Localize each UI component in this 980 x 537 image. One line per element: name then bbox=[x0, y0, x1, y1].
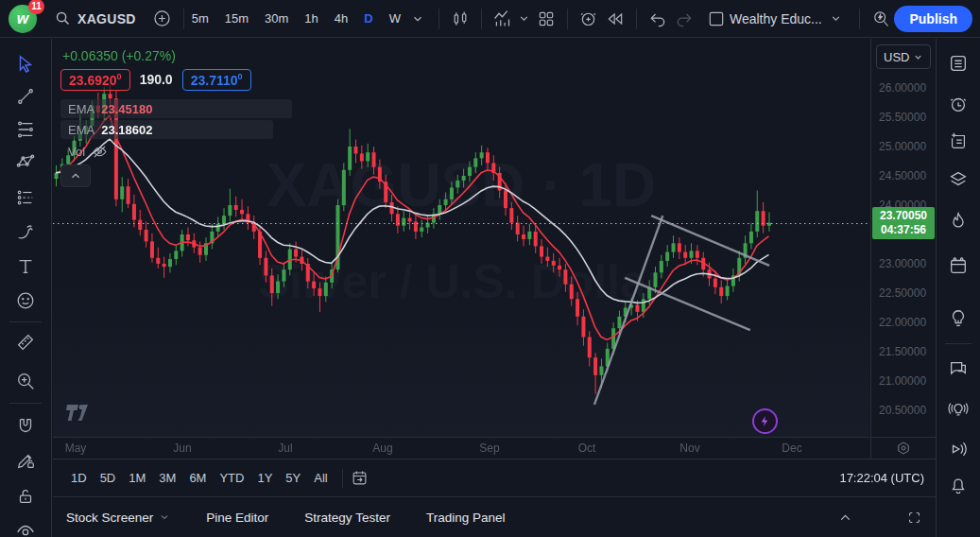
ema-slow-legend-row[interactable]: EMA 23.18602 bbox=[60, 120, 273, 139]
alerts-icon[interactable] bbox=[943, 89, 973, 119]
magnet-tool-icon[interactable] bbox=[10, 411, 41, 442]
price-tick: 22.00000 bbox=[879, 316, 926, 329]
undo-icon[interactable] bbox=[645, 6, 671, 32]
timeframe-30m[interactable]: 30m bbox=[265, 11, 288, 26]
price-scale[interactable]: USD 26.0000025.5000025.0000024.5000024.0… bbox=[870, 39, 936, 437]
divider bbox=[438, 9, 439, 29]
tab-trading-panel[interactable]: Trading Panel bbox=[426, 511, 506, 525]
drawing-sync-lock-icon[interactable] bbox=[10, 445, 41, 476]
symbol-name: XAGUSD bbox=[77, 11, 136, 26]
month-tick-dec[interactable]: Dec bbox=[782, 442, 801, 455]
hotlists-flame-icon[interactable] bbox=[943, 206, 973, 236]
object-tree-layers-icon[interactable] bbox=[943, 164, 973, 194]
lock-all-drawings-icon[interactable] bbox=[10, 481, 41, 511]
utc-clock[interactable]: 17:22:04 (UTC) bbox=[839, 471, 924, 485]
measure-tool-icon[interactable] bbox=[10, 327, 41, 357]
chat-icon[interactable] bbox=[943, 354, 973, 384]
symbol-search-button[interactable]: XAGUSD bbox=[54, 10, 136, 27]
indicators-chevron-icon[interactable] bbox=[516, 6, 533, 32]
range-1m[interactable]: 1M bbox=[122, 467, 152, 489]
price-tick: 26.00000 bbox=[879, 81, 926, 95]
search-icon bbox=[54, 10, 71, 27]
tab-strategy-tester[interactable]: Strategy Tester bbox=[304, 511, 390, 525]
range-buttons: 1D5D1M3M6MYTD1Y5YAll bbox=[64, 467, 335, 489]
price-tick: 23.00000 bbox=[879, 257, 926, 270]
cursor-tool-icon[interactable] bbox=[10, 49, 41, 79]
replay-icon[interactable] bbox=[602, 6, 628, 32]
legend-collapse-button[interactable] bbox=[60, 165, 91, 187]
tradingview-logo[interactable] bbox=[66, 404, 95, 422]
time-axis[interactable]: MayJunJulAugSepOctNovDec bbox=[53, 437, 869, 459]
chevron-up-icon bbox=[69, 169, 82, 182]
divider bbox=[9, 403, 42, 404]
month-tick-nov[interactable]: Nov bbox=[679, 442, 699, 455]
notifications-bell-icon[interactable] bbox=[943, 470, 973, 500]
range-5d[interactable]: 5D bbox=[94, 467, 123, 489]
text-tool-icon[interactable] bbox=[10, 251, 41, 282]
month-tick-jun[interactable]: Jun bbox=[173, 442, 191, 455]
tab-pine-editor[interactable]: Pine Editor bbox=[206, 511, 268, 525]
eye-hidden-icon[interactable] bbox=[92, 144, 108, 160]
scales-settings-corner[interactable] bbox=[870, 437, 936, 459]
emoji-tool-icon[interactable] bbox=[10, 286, 41, 316]
month-tick-may[interactable]: May bbox=[65, 442, 87, 455]
month-tick-aug[interactable]: Aug bbox=[372, 442, 392, 455]
month-tick-jul[interactable]: Jul bbox=[278, 442, 292, 455]
compare-add-symbol-icon[interactable] bbox=[149, 6, 176, 32]
maximize-panel-icon[interactable] bbox=[906, 510, 922, 526]
timeframe-1h[interactable]: 1h bbox=[304, 11, 318, 26]
layout-name: Wealthy Educ... bbox=[730, 11, 822, 26]
month-tick-oct[interactable]: Oct bbox=[578, 442, 596, 455]
fast-trade-lightning-button[interactable] bbox=[752, 408, 778, 434]
price-tick: 22.50000 bbox=[879, 286, 926, 300]
timeframe-15m[interactable]: 15m bbox=[225, 11, 249, 26]
layout-save-icon[interactable] bbox=[703, 6, 730, 32]
notes-add-icon[interactable] bbox=[943, 126, 973, 156]
timeframe-5m[interactable]: 5m bbox=[192, 11, 209, 26]
calendar-icon[interactable] bbox=[943, 251, 973, 281]
layout-name-menu[interactable]: Wealthy Educ... bbox=[730, 11, 842, 26]
range-all[interactable]: All bbox=[307, 467, 334, 489]
redo-icon[interactable] bbox=[671, 6, 697, 32]
timeframe-4h[interactable]: 4h bbox=[335, 11, 348, 26]
price-tick: 21.50000 bbox=[879, 345, 926, 358]
layout-grid-icon[interactable] bbox=[533, 6, 559, 32]
timeframe-W[interactable]: W bbox=[389, 11, 401, 26]
zoom-in-tool-icon[interactable] bbox=[10, 366, 41, 396]
ideas-bulb-icon[interactable] bbox=[943, 303, 973, 334]
ema-fast-legend-row[interactable]: EMA 23.45180 bbox=[60, 99, 292, 118]
quick-search-icon[interactable] bbox=[868, 6, 894, 32]
brush-tool-icon[interactable] bbox=[10, 217, 41, 248]
range-3m[interactable]: 3M bbox=[152, 467, 182, 489]
hide-drawings-eye-icon[interactable] bbox=[10, 516, 41, 537]
indicators-icon[interactable] bbox=[490, 6, 516, 32]
open-panel-chevron-icon[interactable] bbox=[837, 510, 853, 526]
pattern-xabcd-tool-icon[interactable] bbox=[10, 147, 41, 177]
range-1d[interactable]: 1D bbox=[64, 467, 94, 489]
watchlist-icon[interactable] bbox=[943, 48, 973, 78]
currency-dropdown[interactable]: USD bbox=[876, 44, 931, 69]
range-1y[interactable]: 1Y bbox=[250, 467, 279, 489]
streams-live-icon[interactable] bbox=[943, 434, 973, 464]
trend-line-tool-icon[interactable] bbox=[10, 81, 41, 112]
buy-ask-button[interactable]: 23.71100 bbox=[182, 69, 251, 91]
timeframe-chevron-icon[interactable] bbox=[404, 6, 431, 32]
range-6m[interactable]: 6M bbox=[182, 467, 213, 489]
prediction-tool-icon[interactable] bbox=[10, 182, 41, 213]
ideas-stream-icon[interactable] bbox=[943, 394, 973, 424]
go-to-date-icon[interactable] bbox=[351, 469, 369, 487]
chart-pane[interactable]: XAGUSD · 1D Silver / U.S. Dollar +0.0635… bbox=[53, 39, 869, 437]
publish-button[interactable]: Publish bbox=[894, 6, 972, 32]
sell-bid-button[interactable]: 23.69200 bbox=[60, 69, 130, 91]
volume-legend-row[interactable]: Vol bbox=[60, 142, 129, 161]
alert-add-icon[interactable] bbox=[576, 6, 602, 32]
range-ytd[interactable]: YTD bbox=[213, 467, 250, 489]
month-tick-sep[interactable]: Sep bbox=[479, 442, 499, 455]
chart-style-candles-icon[interactable] bbox=[447, 6, 473, 32]
fib-retracement-tool-icon[interactable] bbox=[10, 114, 41, 145]
range-5y[interactable]: 5Y bbox=[279, 467, 307, 489]
tab-stock-screener[interactable]: Stock Screener bbox=[66, 511, 170, 525]
timeframe-D[interactable]: D bbox=[364, 11, 372, 26]
user-menu-button[interactable]: w 11 bbox=[9, 5, 37, 33]
divider bbox=[342, 469, 343, 488]
